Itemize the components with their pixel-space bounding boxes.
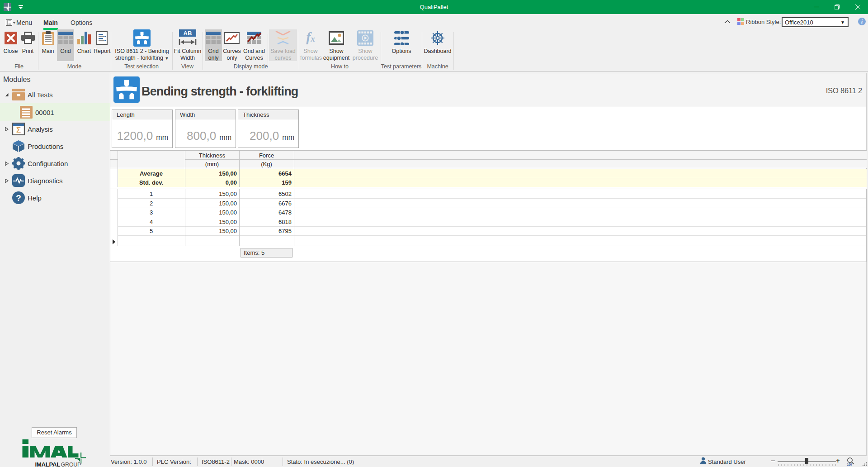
svg-text:GROUP: GROUP [61, 462, 81, 467]
svg-text:?: ? [16, 193, 21, 203]
svg-text:Σ: Σ [16, 126, 21, 134]
svg-text:100: 100 [847, 463, 852, 466]
svg-text:IMALPAL: IMALPAL [35, 461, 61, 467]
svg-text:i: i [861, 18, 863, 25]
